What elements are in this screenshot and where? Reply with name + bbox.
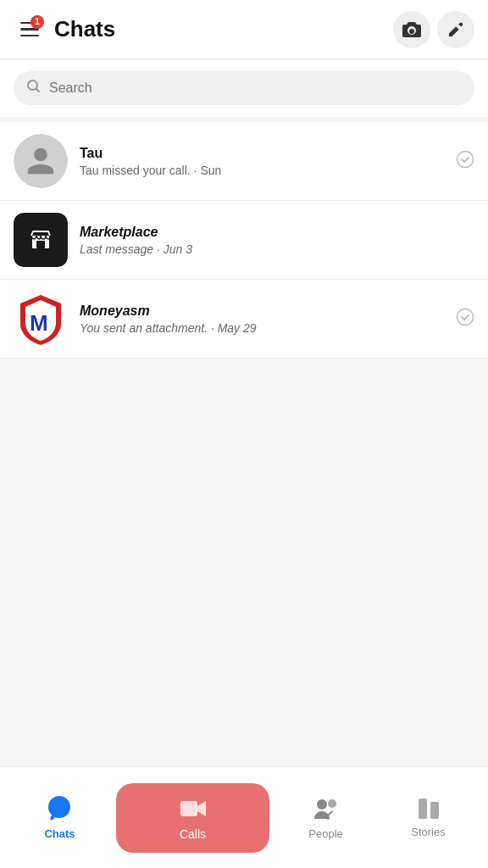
chat-info-tau: Tau Tau missed your call. · Sun bbox=[80, 146, 447, 177]
header-right bbox=[393, 11, 474, 48]
svg-point-2 bbox=[458, 151, 474, 167]
svg-rect-14 bbox=[430, 802, 439, 819]
chat-item-marketplace[interactable]: Marketplace Last message · Jun 3 bbox=[0, 201, 488, 280]
svg-rect-5 bbox=[36, 241, 45, 248]
notification-badge: 1 bbox=[30, 15, 44, 29]
svg-point-0 bbox=[409, 29, 414, 34]
video-camera-icon bbox=[180, 795, 207, 822]
chat-info-moneyasm: Moneyasm You sent an attachment. · May 2… bbox=[80, 303, 447, 335]
svg-point-8 bbox=[458, 309, 474, 325]
check-icon-tau bbox=[456, 150, 474, 173]
avatar-marketplace bbox=[14, 213, 68, 267]
edit-icon bbox=[447, 21, 464, 38]
chat-item-moneyasm[interactable]: M Moneyasm You sent an attachment. · May… bbox=[0, 280, 488, 359]
search-bar bbox=[14, 71, 474, 105]
search-container bbox=[0, 59, 488, 117]
svg-text:M: M bbox=[30, 310, 47, 336]
chat-preview-tau: Tau missed your call. · Sun bbox=[80, 164, 447, 177]
compose-button[interactable] bbox=[437, 11, 474, 48]
check-icon-moneyasm bbox=[456, 308, 474, 331]
page-title: Chats bbox=[54, 16, 115, 42]
nav-calls[interactable]: Calls bbox=[116, 783, 269, 853]
chat-info-marketplace: Marketplace Last message · Jun 3 bbox=[80, 225, 474, 256]
nav-calls-label: Calls bbox=[180, 827, 206, 841]
svg-point-9 bbox=[48, 796, 70, 818]
svg-rect-13 bbox=[419, 798, 427, 819]
nav-stories-label: Stories bbox=[411, 826, 445, 838]
bottom-nav: Chats Calls People Stories bbox=[0, 766, 488, 868]
people-icon bbox=[313, 795, 340, 822]
nav-people-label: People bbox=[308, 827, 342, 840]
avatar-moneyasm: M bbox=[14, 292, 68, 346]
header-left: 1 Chats bbox=[14, 14, 115, 46]
menu-button[interactable]: 1 bbox=[14, 14, 46, 46]
chat-name-moneyasm: Moneyasm bbox=[80, 303, 447, 319]
camera-button[interactable] bbox=[393, 11, 430, 48]
chat-name-marketplace: Marketplace bbox=[80, 225, 474, 240]
avatar-tau bbox=[14, 134, 68, 188]
svg-point-11 bbox=[317, 799, 327, 810]
moneyasm-logo: M bbox=[14, 292, 68, 346]
chat-bubble-icon bbox=[46, 795, 73, 822]
nav-people[interactable]: People bbox=[274, 787, 377, 849]
chat-list: Tau Tau missed your call. · Sun bbox=[0, 122, 488, 359]
person-icon bbox=[25, 145, 57, 177]
chat-preview-moneyasm: You sent an attachment. · May 29 bbox=[80, 321, 447, 335]
camera-icon bbox=[402, 22, 421, 37]
app-header: 1 Chats bbox=[0, 0, 488, 59]
nav-stories[interactable]: Stories bbox=[377, 788, 480, 847]
store-icon bbox=[25, 224, 57, 256]
search-input[interactable] bbox=[49, 81, 461, 96]
search-icon bbox=[27, 80, 41, 97]
chat-name-tau: Tau bbox=[80, 146, 447, 161]
nav-chats-label: Chats bbox=[44, 827, 75, 840]
nav-chats[interactable]: Chats bbox=[8, 787, 111, 849]
chat-preview-marketplace: Last message · Jun 3 bbox=[80, 242, 474, 256]
stories-icon bbox=[417, 797, 441, 821]
svg-point-12 bbox=[328, 799, 336, 808]
svg-rect-10 bbox=[180, 801, 197, 816]
chat-item-tau[interactable]: Tau Tau missed your call. · Sun bbox=[0, 122, 488, 201]
